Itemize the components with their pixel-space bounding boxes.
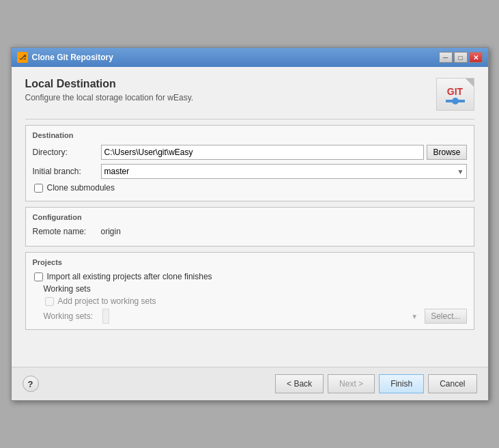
import-projects-label[interactable]: Import all existing projects after clone…	[47, 272, 212, 281]
clone-submodules-row: Clone submodules	[33, 183, 467, 193]
directory-input[interactable]	[101, 145, 425, 160]
configuration-section: Configuration Remote name: origin	[25, 207, 474, 247]
close-button[interactable]: ✕	[469, 52, 483, 63]
remote-name-row: Remote name: origin	[33, 227, 467, 236]
clone-submodules-checkbox[interactable]	[34, 184, 43, 193]
content-spacer	[25, 335, 474, 356]
page-header-text: Local Destination Configure the local st…	[25, 78, 194, 102]
destination-section: Destination Directory: Browse Initial br…	[25, 125, 474, 201]
restore-button[interactable]: □	[454, 52, 468, 63]
window-icon: ⎇	[17, 52, 28, 63]
back-button[interactable]: < Back	[275, 374, 324, 393]
title-bar-left: ⎇ Clone Git Repository	[17, 52, 113, 63]
help-button[interactable]: ?	[23, 376, 39, 392]
title-controls: ─ □ ✕	[439, 52, 483, 63]
window-title: Clone Git Repository	[32, 53, 113, 62]
branch-label: Initial branch:	[33, 167, 101, 176]
clone-submodules-label[interactable]: Clone submodules	[47, 183, 115, 193]
import-projects-row: Import all existing projects after clone…	[33, 272, 467, 281]
select-working-sets-button: Select...	[425, 309, 466, 324]
branch-select-wrapper: master ▼	[101, 164, 467, 179]
next-button[interactable]: Next >	[328, 374, 375, 393]
finish-button[interactable]: Finish	[379, 374, 424, 393]
branch-row: Initial branch: master ▼	[33, 164, 467, 179]
add-working-sets-row: Add project to working sets	[44, 296, 467, 306]
cancel-button[interactable]: Cancel	[428, 374, 476, 393]
destination-section-label: Destination	[33, 131, 467, 139]
working-sets-select-wrapper: ▼	[102, 309, 421, 324]
working-sets-select	[102, 309, 109, 324]
projects-section-label: Projects	[33, 258, 467, 266]
import-projects-checkbox[interactable]	[34, 272, 43, 281]
page-subtitle: Configure the local storage location for…	[25, 93, 194, 102]
directory-row: Directory: Browse	[33, 145, 467, 160]
add-working-sets-checkbox[interactable]	[45, 297, 54, 306]
working-sets-field-label: Working sets:	[44, 311, 98, 321]
remote-name-value: origin	[101, 227, 121, 236]
working-sets-label: Working sets	[44, 284, 467, 294]
working-sets-field-row: Working sets: ▼ Select...	[44, 309, 467, 324]
projects-section: Projects Import all existing projects af…	[25, 252, 474, 330]
git-logo-fold	[466, 79, 474, 87]
remote-name-label: Remote name:	[33, 227, 101, 236]
browse-button[interactable]: Browse	[427, 145, 466, 160]
bottom-bar: ? < Back Next > Finish Cancel	[12, 367, 488, 400]
configuration-section-label: Configuration	[33, 213, 467, 221]
content-area: Local Destination Configure the local st…	[12, 67, 488, 367]
directory-label: Directory:	[33, 148, 101, 157]
main-window: ⎇ Clone Git Repository ─ □ ✕ Local Desti…	[11, 47, 489, 401]
page-header: Local Destination Configure the local st…	[25, 78, 474, 111]
nav-buttons: < Back Next > Finish Cancel	[275, 374, 476, 393]
branch-select[interactable]: master	[101, 164, 467, 179]
git-logo-text: GIT	[447, 86, 463, 97]
title-bar: ⎇ Clone Git Repository ─ □ ✕	[12, 48, 488, 67]
working-sets-subsection: Working sets Add project to working sets…	[33, 284, 467, 324]
header-divider	[25, 119, 474, 120]
minimize-button[interactable]: ─	[439, 52, 453, 63]
page-title: Local Destination	[25, 78, 194, 90]
working-sets-dropdown-arrow: ▼	[411, 313, 418, 320]
add-working-sets-label[interactable]: Add project to working sets	[58, 296, 156, 306]
git-logo: GIT	[436, 78, 474, 111]
